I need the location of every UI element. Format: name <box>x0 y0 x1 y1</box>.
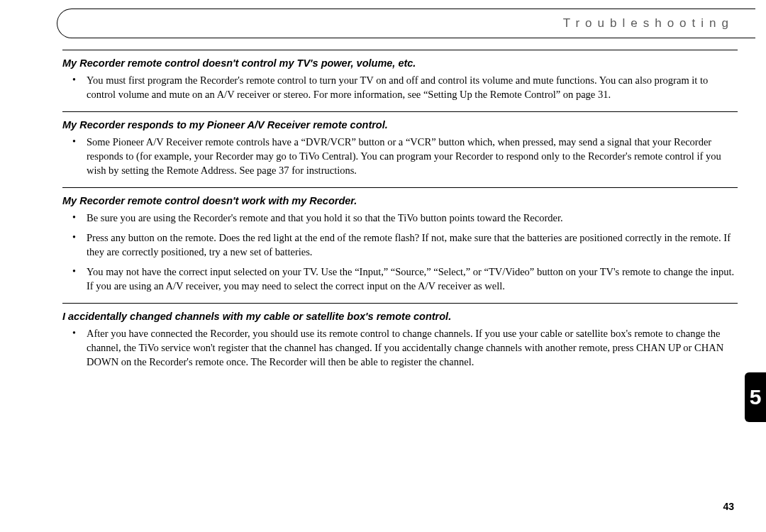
section-heading: My Recorder responds to my Pioneer A/V R… <box>62 119 738 131</box>
list-item: Some Pioneer A/V Receiver remote control… <box>62 135 738 177</box>
list-item: You must first program the Recorder's re… <box>62 73 738 101</box>
divider <box>62 187 738 188</box>
page-header-title: Troubleshooting <box>563 16 734 31</box>
section-heading: I accidentally changed channels with my … <box>62 311 738 322</box>
list-item: Be sure you are using the Recorder's rem… <box>62 211 738 225</box>
page-number: 43 <box>723 501 734 512</box>
section-heading: My Recorder remote control doesn't contr… <box>62 57 738 69</box>
section-heading: My Recorder remote control doesn't work … <box>62 195 738 206</box>
chapter-number: 5 <box>750 385 762 409</box>
header-frame: Troubleshooting <box>57 9 755 38</box>
divider <box>62 303 738 304</box>
list-item: You may not have the correct input selec… <box>62 265 738 293</box>
list-item: Press any button on the remote. Does the… <box>62 231 738 259</box>
bullet-list: Some Pioneer A/V Receiver remote control… <box>62 135 738 177</box>
divider <box>62 111 738 112</box>
bullet-list: You must first program the Recorder's re… <box>62 73 738 101</box>
divider <box>62 50 738 50</box>
list-item: After you have connected the Recorder, y… <box>62 326 738 369</box>
bullet-list: Be sure you are using the Recorder's rem… <box>62 211 738 293</box>
chapter-tab: 5 <box>745 372 766 422</box>
bullet-list: After you have connected the Recorder, y… <box>62 326 738 369</box>
content-area: My Recorder remote control doesn't contr… <box>62 50 738 379</box>
